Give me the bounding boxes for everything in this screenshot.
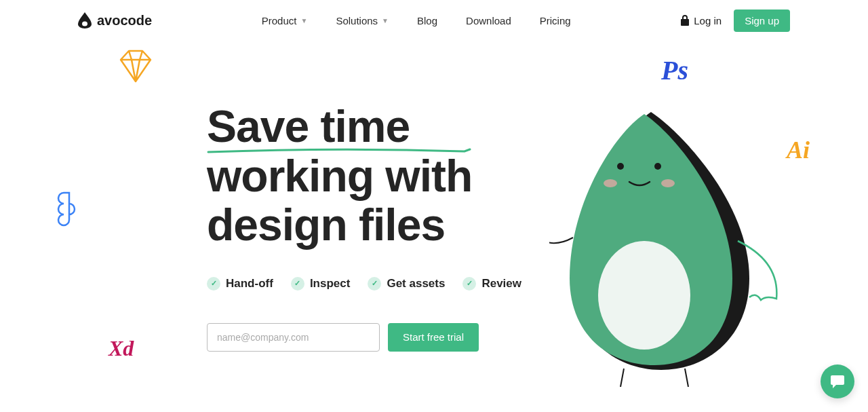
nav-solutions[interactable]: Solutions▼ [336,15,389,26]
chat-widget-button[interactable] [821,364,854,398]
svg-point-2 [617,163,624,170]
lock-icon [680,15,690,26]
avocado-logo-icon [78,12,92,29]
feature-assets: ✓Get assets [368,277,445,291]
svg-point-1 [598,241,690,350]
nav-pricing[interactable]: Pricing [540,15,571,26]
check-icon: ✓ [291,277,304,291]
svg-point-5 [661,179,675,187]
svg-line-6 [620,369,624,387]
chat-icon [829,374,846,389]
feature-inspect: ✓Inspect [291,277,351,291]
sketch-doodle-icon [115,48,156,85]
login-link[interactable]: Log in [680,15,722,26]
check-icon: ✓ [368,277,381,291]
brand-name: avocode [97,13,152,29]
chevron-down-icon: ▼ [300,17,307,24]
main-nav: Product▼ Solutions▼ Blog Download Pricin… [262,15,571,26]
start-trial-button[interactable]: Start free trial [388,323,479,352]
auth-controls: Log in Sign up [680,10,790,32]
avocado-mascot-illustration [549,102,780,387]
underline-decoration [207,148,471,155]
svg-point-4 [604,179,617,187]
nav-product[interactable]: Product▼ [262,15,308,26]
check-icon: ✓ [462,277,476,291]
svg-line-7 [685,369,688,387]
email-input[interactable] [207,323,380,352]
svg-point-0 [82,22,87,26]
figma-doodle-icon [54,190,81,227]
feature-handoff: ✓Hand-off [207,277,273,291]
nav-download[interactable]: Download [466,15,511,26]
xd-doodle-icon: Xd [108,336,134,361]
nav-blog[interactable]: Blog [417,15,437,26]
chevron-down-icon: ▼ [382,17,389,24]
ai-doodle-icon: Ai [787,136,810,164]
signup-button[interactable]: Sign up [734,10,790,32]
logo[interactable]: avocode [78,12,152,29]
header: avocode Product▼ Solutions▼ Blog Downloa… [0,0,868,41]
check-icon: ✓ [207,277,220,291]
svg-point-3 [654,163,661,170]
feature-review: ✓Review [462,277,521,291]
ps-doodle-icon: Ps [661,54,688,86]
